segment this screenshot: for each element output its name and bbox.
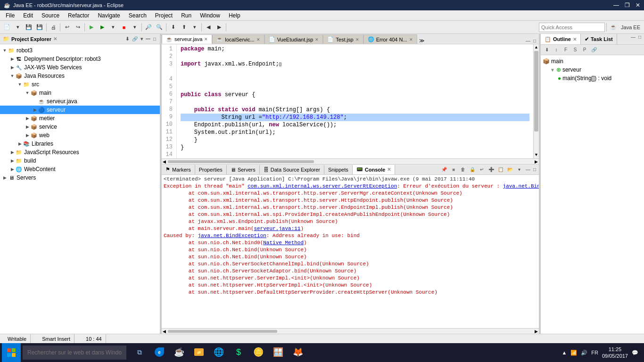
toolbar-anno-dropdown[interactable]: ▾ xyxy=(190,22,200,33)
outline-serveur[interactable]: ▼ ⊕ serveur xyxy=(543,66,642,74)
tab-overflow-btn[interactable]: ≫ xyxy=(417,38,427,44)
tab-datasource[interactable]: 🗄 Data Source Explorer xyxy=(260,165,324,174)
console-hscroll-track[interactable] xyxy=(168,329,533,333)
console-body[interactable]: <terminated> serveur [Java Application] … xyxy=(162,175,539,328)
toolbar-save-all-btn[interactable]: 💾 xyxy=(34,22,45,33)
toolbar-new-btn[interactable]: 📄 xyxy=(2,22,12,33)
console-hscroll-right[interactable]: ▶ xyxy=(534,329,539,334)
code-editor[interactable]: 1 2 3 4 5 6 7 8 9 10 11 12 13 14 15 xyxy=(162,44,539,158)
tray-notification[interactable]: 💬 xyxy=(632,350,638,356)
collapse-all-btn[interactable]: ⬇ xyxy=(124,36,130,42)
menu-window[interactable]: Window xyxy=(196,11,224,20)
toolbar-next-anno-btn[interactable]: ⬇ xyxy=(168,22,178,33)
tree-item-metier[interactable]: ▶ 📦 metier xyxy=(0,114,160,123)
console-stop-btn[interactable]: ■ xyxy=(449,165,458,174)
toolbar-print-btn[interactable]: 🖨 xyxy=(48,22,58,33)
toolbar-save-btn[interactable]: 💾 xyxy=(24,22,34,33)
menu-project[interactable]: Project xyxy=(151,11,176,20)
console-close-x[interactable]: ✕ xyxy=(387,167,391,172)
tree-item-libraries[interactable]: ▶ 📚 Libraries xyxy=(0,140,160,148)
tray-volume[interactable]: 🔊 xyxy=(581,350,587,356)
scroll-track[interactable] xyxy=(534,51,539,152)
tree-item-service[interactable]: ▶ 📦 service xyxy=(0,123,160,131)
tab-close-vueetudiant[interactable]: ✕ xyxy=(315,37,319,42)
tray-network[interactable]: 📶 xyxy=(570,350,577,356)
toolbar-forward-btn[interactable]: ▶ xyxy=(214,22,224,33)
tab-markers[interactable]: ⚑ Markers xyxy=(162,165,195,174)
tab-console[interactable]: 📟 Console ✕ xyxy=(353,165,395,174)
explorer-min-btn[interactable]: — xyxy=(145,36,151,42)
menu-refactor[interactable]: Refactor xyxy=(64,11,93,20)
console-hscroll-thumb[interactable] xyxy=(168,330,277,333)
toolbar-perspective-btn[interactable]: ☕ xyxy=(608,22,619,33)
hscroll-track[interactable] xyxy=(168,160,533,164)
toolbar-stop-btn[interactable]: ■ xyxy=(119,22,129,33)
tree-item-build[interactable]: ▶ 📁 build xyxy=(0,156,160,165)
outline-hide-static-btn[interactable]: S xyxy=(571,46,579,54)
tree-item-serveur-class[interactable]: ▶ 🔵 serveur xyxy=(0,106,160,114)
toolbar-debug-btn[interactable]: ▶ xyxy=(86,22,97,33)
editor-min-btn[interactable]: — xyxy=(525,38,531,44)
tab-tasklist[interactable]: ✔ Task List xyxy=(581,34,617,44)
tree-item-src[interactable]: ▼ 📁 src xyxy=(0,80,160,89)
outline-collapse-btn[interactable]: ⬇ xyxy=(543,46,551,54)
hscroll-thumb[interactable] xyxy=(168,160,314,163)
outline-hide-fields-btn[interactable]: F xyxy=(561,46,570,54)
tray-arrow-up[interactable]: ▲ xyxy=(561,350,567,355)
tab-outline[interactable]: 📋 Outline ✕ xyxy=(541,34,581,44)
hscroll-left[interactable]: ◀ xyxy=(162,159,167,164)
tab-localservice[interactable]: ☕ localServic... ✕ xyxy=(212,34,264,44)
link-bindexception[interactable]: java.net.BindException xyxy=(198,233,266,239)
tab-close-error404[interactable]: ✕ xyxy=(409,37,413,42)
tab-close-serveur[interactable]: ✕ xyxy=(204,37,208,41)
explorer-max-btn[interactable]: □ xyxy=(152,36,157,42)
taskbar-chrome-btn[interactable]: 🌐 xyxy=(209,343,228,362)
tree-item-java-resources[interactable]: ▼ 📦 Java Resources xyxy=(0,72,160,80)
code-content[interactable]: package main; import javax.xml.ws.Endpoi… xyxy=(177,44,533,158)
tree-item-web[interactable]: ▶ 📦 web xyxy=(0,131,160,140)
console-hscroll-left[interactable]: ◀ xyxy=(162,329,167,334)
right-panel-min[interactable]: — xyxy=(630,34,636,44)
menu-run[interactable]: Run xyxy=(177,11,195,20)
link-editor-btn[interactable]: 🔗 xyxy=(131,36,139,42)
taskbar-task-view[interactable]: ⧉ xyxy=(130,343,149,362)
console-word-wrap-btn[interactable]: ↵ xyxy=(478,165,486,174)
tab-snippets[interactable]: Snippets xyxy=(324,165,353,174)
taskbar-windows-btn[interactable]: 🪟 xyxy=(269,343,288,362)
console-dropdown-btn[interactable]: ▾ xyxy=(515,165,524,174)
console-pin-btn[interactable]: 📌 xyxy=(440,165,448,174)
right-panel-max[interactable]: □ xyxy=(637,34,642,44)
tab-serveur-java[interactable]: ☕ serveur.java ✕ xyxy=(162,34,212,44)
minimize-button[interactable]: — xyxy=(613,2,619,8)
toolbar-prev-anno-btn[interactable]: ⬆ xyxy=(179,22,189,33)
scroll-thumb[interactable] xyxy=(534,51,538,132)
console-max-btn[interactable]: □ xyxy=(532,166,537,173)
scroll-up-btn[interactable]: ▲ xyxy=(534,44,538,51)
toolbar-open-type-btn[interactable]: 🔎 xyxy=(143,22,154,33)
tree-item-servers[interactable]: ▶ 🖥 Servers xyxy=(0,173,160,182)
toolbar-run-btn[interactable]: ▶ xyxy=(97,22,107,33)
tab-close-localservice[interactable]: ✕ xyxy=(256,37,260,42)
tab-close-test[interactable]: ✕ xyxy=(355,37,359,42)
taskbar-app-s[interactable]: $ xyxy=(229,343,248,362)
editor-max-btn[interactable]: □ xyxy=(532,38,537,44)
outline-close[interactable]: ✕ xyxy=(573,37,577,42)
toolbar-new-dropdown[interactable]: ▾ xyxy=(13,22,23,33)
toolbar-undo-btn[interactable]: ↩ xyxy=(62,22,72,33)
tree-item-js-resources[interactable]: ▶ 📁 JavaScript Resources xyxy=(0,148,160,156)
tab-vueetudiant[interactable]: 📄 VueEtudiant.jsp ✕ xyxy=(264,34,323,44)
outline-main[interactable]: 📦 main xyxy=(543,57,642,66)
explorer-menu-btn[interactable]: ▾ xyxy=(140,36,144,42)
outline-sort-btn[interactable]: ↕ xyxy=(552,46,561,54)
tree-item-jaxws[interactable]: ▶ 🔧 JAX-WS Web Services xyxy=(0,63,160,72)
console-clear-btn[interactable]: 🗑 xyxy=(459,165,467,174)
taskbar-explorer-btn[interactable]: 📁 xyxy=(190,343,208,362)
toolbar-run-dropdown[interactable]: ▾ xyxy=(108,22,118,33)
toolbar-back-btn[interactable]: ◀ xyxy=(203,22,214,33)
taskbar-eclipse-btn[interactable]: ☕ xyxy=(170,343,189,362)
menu-edit[interactable]: Edit xyxy=(19,11,37,20)
console-open-btn[interactable]: 📂 xyxy=(506,165,514,174)
link-native[interactable]: Native Method xyxy=(263,240,304,246)
tab-servers[interactable]: 🖥 Servers xyxy=(227,165,260,174)
menu-navigate[interactable]: Navigate xyxy=(94,11,124,20)
